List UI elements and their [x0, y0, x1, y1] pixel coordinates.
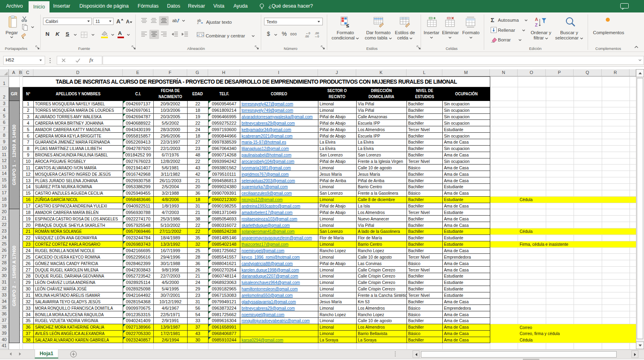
svg-text:Z: Z — [535, 23, 538, 27]
svg-text:≤: ≤ — [346, 23, 349, 28]
svg-text:→0: →0 — [314, 35, 319, 38]
svg-text:ab: ab — [172, 18, 177, 23]
svg-text:,00: ,00 — [305, 35, 309, 38]
svg-text:A: A — [535, 17, 538, 22]
